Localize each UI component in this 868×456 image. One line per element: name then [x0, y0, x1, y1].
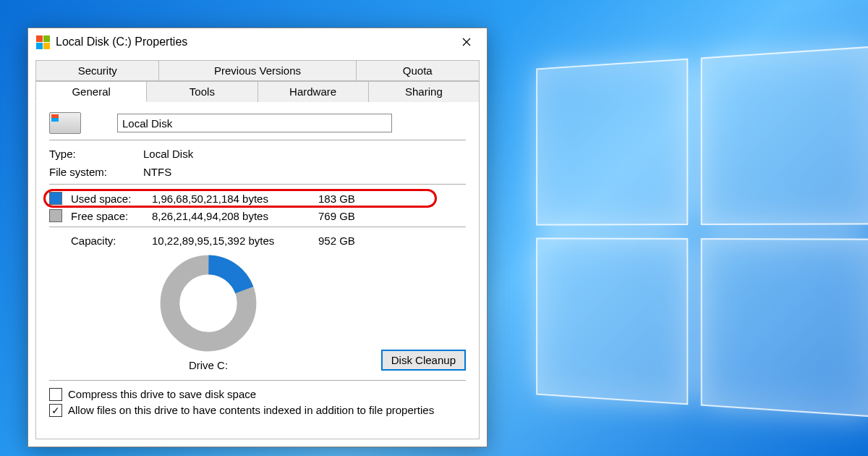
disk-cleanup-button[interactable]: Disk Cleanup [381, 350, 466, 371]
drive-label: Drive C: [158, 359, 259, 371]
free-swatch-icon [49, 209, 62, 222]
windows-logo-icon [536, 46, 868, 417]
properties-dialog: Local Disk (C:) Properties Security Prev… [27, 28, 488, 447]
type-label: Type: [49, 148, 143, 160]
filesystem-value: NTFS [143, 166, 466, 178]
used-gb: 183 GB [318, 193, 376, 205]
separator [49, 184, 466, 185]
tab-previous-versions[interactable]: Previous Versions [159, 60, 356, 81]
tab-general[interactable]: General [35, 81, 147, 102]
tab-tools[interactable]: Tools [147, 81, 258, 102]
compress-checkbox[interactable] [49, 388, 62, 401]
tab-quota[interactable]: Quota [357, 60, 480, 81]
separator [49, 227, 466, 227]
free-label: Free space: [71, 210, 152, 222]
free-bytes: 8,26,21,44,94,208 bytes [152, 210, 318, 222]
filesystem-label: File system: [49, 166, 143, 178]
capacity-label: Capacity: [71, 235, 152, 247]
titlebar[interactable]: Local Disk (C:) Properties [28, 28, 487, 56]
disk-drive-icon [49, 112, 81, 134]
used-bytes: 1,96,68,50,21,184 bytes [152, 193, 318, 205]
drive-icon [35, 35, 50, 49]
tab-sharing[interactable]: Sharing [369, 81, 480, 102]
tab-security[interactable]: Security [35, 60, 159, 81]
used-swatch-icon [49, 192, 62, 205]
index-label: Allow files on this drive to have conten… [68, 404, 434, 416]
volume-name-input[interactable] [117, 114, 392, 132]
capacity-gb: 952 GB [318, 235, 376, 247]
compress-label: Compress this drive to save disk space [68, 388, 256, 400]
separator [49, 140, 466, 140]
window-title: Local Disk (C:) Properties [56, 35, 451, 48]
capacity-bytes: 10,22,89,95,15,392 bytes [152, 235, 318, 247]
separator [49, 380, 466, 381]
free-gb: 769 GB [318, 210, 376, 222]
usage-donut-chart [158, 253, 259, 354]
index-checkbox[interactable] [49, 404, 62, 417]
type-value: Local Disk [143, 148, 466, 160]
tab-hardware[interactable]: Hardware [258, 81, 369, 102]
used-label: Used space: [71, 193, 152, 205]
general-panel: Type: Local Disk File system: NTFS Used … [35, 102, 480, 439]
close-button[interactable] [451, 31, 482, 53]
